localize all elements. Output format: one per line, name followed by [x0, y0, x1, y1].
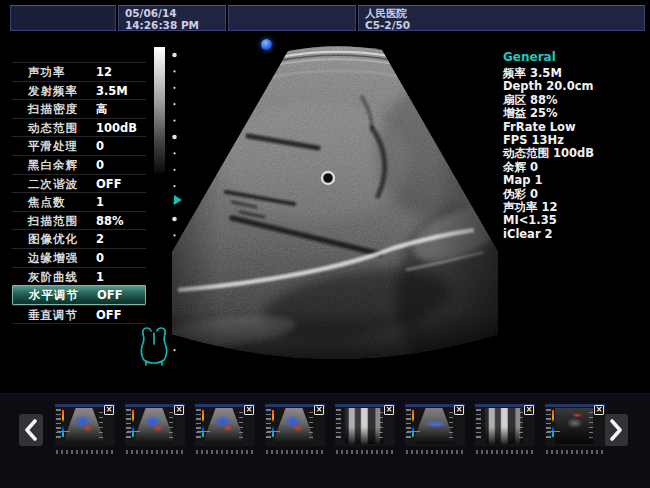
param-value: 12 — [96, 65, 112, 79]
thumbnail-caption — [476, 450, 533, 454]
chevron-right-icon — [609, 419, 623, 441]
thumb-scan — [415, 408, 453, 444]
doppler-baseline-icon — [407, 431, 420, 432]
thumbnail-close-button[interactable]: × — [384, 405, 394, 415]
info-panel-title: General — [503, 50, 645, 64]
thumb-microtext-left — [546, 409, 551, 441]
thumb-microtext-left — [56, 409, 61, 441]
param-value: 0 — [96, 251, 104, 265]
doppler-baseline-icon — [197, 431, 210, 432]
filmstrip-prev-button[interactable] — [19, 414, 43, 446]
sidebar-param-row[interactable]: 动态范围100dB — [12, 118, 146, 137]
thumbnail-caption — [56, 450, 113, 454]
topbar-hospital-box: 人民医院 C5-2/50 — [358, 5, 645, 31]
param-value: 100dB — [96, 121, 137, 135]
sidebar-param-row[interactable]: 边缘增强0 — [12, 248, 146, 267]
sidebar-param-row[interactable]: 平滑处理0 — [12, 136, 146, 155]
thumb-microtext-right — [309, 412, 313, 440]
doppler-colorbar — [412, 410, 414, 437]
thumb-microtext-left — [476, 409, 481, 441]
param-label: 声功率 — [28, 65, 66, 80]
thumbnail[interactable]: × — [475, 404, 535, 456]
sidebar-param-row[interactable]: 焦点数1 — [12, 192, 146, 211]
thumb-microtext-left — [266, 409, 271, 441]
thumbnail[interactable]: × — [55, 404, 115, 456]
thumbnail-close-button[interactable]: × — [174, 405, 184, 415]
doppler-baseline-icon — [547, 431, 560, 432]
thumb-scan — [135, 408, 173, 444]
probe-model: C5-2/50 — [365, 19, 410, 31]
thumbnail-close-button[interactable]: × — [524, 405, 534, 415]
sidebar-param-row[interactable]: 发射频率3.5M — [12, 81, 146, 100]
sidebar-param-row[interactable]: 垂直调节OFF — [12, 305, 146, 325]
thumbnail[interactable]: × — [335, 404, 395, 456]
thumb-microtext-right — [239, 412, 243, 440]
doppler-colorbar — [202, 410, 204, 437]
sidebar-param-row[interactable]: 黑白余辉0 — [12, 155, 146, 174]
doppler-baseline-icon — [267, 431, 280, 432]
info-line: MI<1.35 — [503, 214, 645, 227]
sidebar-param-row[interactable]: 图像优化2 — [12, 229, 146, 248]
thumb-scan — [205, 408, 243, 444]
info-line: 扇区 88% — [503, 94, 645, 107]
thumb-microtext-right — [449, 412, 453, 440]
thumb-scan — [275, 408, 313, 444]
thumbnail[interactable]: × — [125, 404, 185, 456]
param-value: 高 — [96, 102, 108, 117]
topbar-box-empty-mid — [228, 5, 356, 31]
doppler-colorbar — [552, 410, 554, 437]
info-line: 伪彩 0 — [503, 188, 645, 201]
thumbnail[interactable]: × — [265, 404, 325, 456]
param-label: 动态范围 — [28, 121, 78, 136]
param-label: 发射频率 — [28, 84, 78, 99]
filmstrip-next-button[interactable] — [604, 414, 628, 446]
param-label: 扫描密度 — [28, 102, 78, 117]
param-label: 二次谐波 — [28, 177, 78, 192]
thumbnail[interactable]: × — [545, 404, 605, 456]
thumbnail-close-button[interactable]: × — [104, 405, 114, 415]
param-label: 平滑处理 — [28, 139, 78, 154]
param-value: 2 — [96, 232, 104, 246]
sidebar-param-row[interactable]: 水平调节OFF — [12, 285, 146, 305]
param-value: 0 — [96, 139, 104, 153]
param-label: 灰阶曲线 — [28, 270, 78, 285]
param-value: OFF — [96, 308, 122, 322]
param-label: 图像优化 — [28, 232, 78, 247]
thumbnail-caption — [196, 450, 253, 454]
sidebar-param-row[interactable]: 扫描范围88% — [12, 211, 146, 230]
param-value: 3.5M — [96, 84, 128, 98]
thumbnail[interactable]: × — [195, 404, 255, 456]
info-line: 频率 3.5M — [503, 67, 645, 80]
thumb-scan — [485, 408, 523, 444]
param-value: 1 — [96, 270, 104, 284]
info-line: 增益 25% — [503, 107, 645, 120]
doppler-colorbar — [272, 410, 274, 437]
thumbnail-close-button[interactable]: × — [244, 405, 254, 415]
info-panel: General 频率 3.5MDepth 20.0cm扇区 88%增益 25%F… — [503, 50, 645, 241]
param-label: 水平调节 — [29, 288, 79, 303]
ultrasound-image[interactable] — [166, 42, 502, 387]
thumb-microtext-left — [406, 409, 411, 441]
info-line: FPS 13Hz — [503, 134, 645, 147]
thumb-microtext-right — [589, 412, 593, 440]
sidebar-param-row[interactable]: 声功率12 — [12, 62, 146, 81]
time-text: 14:26:38 PM — [125, 19, 199, 31]
thumbnail[interactable]: × — [405, 404, 465, 456]
info-line: Map 1 — [503, 174, 645, 187]
sidebar-param-row[interactable]: 二次谐波OFF — [12, 174, 146, 193]
doppler-baseline-icon — [57, 431, 70, 432]
sidebar-param-row[interactable]: 灰阶曲线1 — [12, 267, 146, 286]
info-panel-lines: 频率 3.5MDepth 20.0cm扇区 88%增益 25%FrRate Lo… — [503, 67, 645, 241]
thumbnail-caption — [126, 450, 183, 454]
thumb-scan — [65, 408, 103, 444]
info-line: 动态范围 100dB — [503, 147, 645, 160]
thumb-scan — [345, 408, 383, 444]
sidebar-param-row[interactable]: 扫描密度高 — [12, 99, 146, 118]
ultrasound-console-screen: 05/06/14 14:26:38 PM 人民医院 C5-2/50 声功率12发… — [0, 0, 650, 488]
thumbnail-close-button[interactable]: × — [594, 405, 604, 415]
thumbnail-close-button[interactable]: × — [314, 405, 324, 415]
thumb-microtext-right — [519, 412, 523, 440]
param-value: OFF — [97, 288, 123, 302]
sidebar-params: 声功率12发射频率3.5M扫描密度高动态范围100dB平滑处理0黑白余辉0二次谐… — [12, 62, 146, 324]
thumbnail-close-button[interactable]: × — [454, 405, 464, 415]
